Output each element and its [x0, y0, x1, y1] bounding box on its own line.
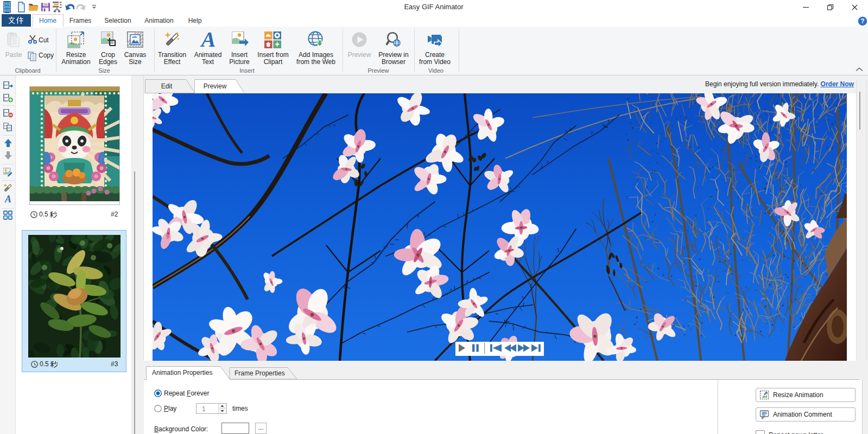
svg-text:A: A — [4, 194, 11, 204]
svg-text:?: ? — [860, 17, 864, 25]
svg-text:A: A — [200, 29, 216, 50]
